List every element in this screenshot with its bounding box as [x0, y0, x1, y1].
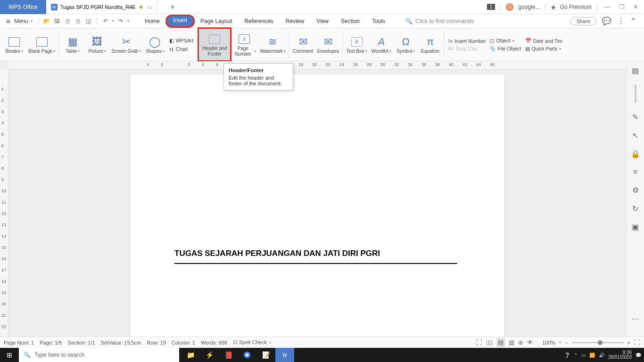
maximize-button[interactable]: ❐: [617, 3, 627, 10]
save-icon[interactable]: 🖫: [53, 17, 61, 25]
status-setvalue[interactable]: SetValue: 19.5cm: [100, 340, 141, 346]
zoom-slider[interactable]: [572, 342, 624, 343]
tab-references[interactable]: References: [239, 16, 279, 27]
tab-review[interactable]: Review: [280, 16, 310, 27]
start-button[interactable]: ⊞: [0, 348, 19, 362]
minimize-button[interactable]: —: [603, 3, 612, 10]
open-icon[interactable]: 📂: [43, 17, 50, 25]
command-search[interactable]: 🔍 Click to find commands: [405, 18, 474, 25]
watermark-button[interactable]: ≋ Watermark: [258, 28, 288, 61]
tab-insert[interactable]: Insert: [166, 16, 194, 27]
notification-badge[interactable]: 1: [487, 4, 495, 10]
document-heading[interactable]: TUGAS SEJARAH PERJUANGAN DAN JATI DIRI P…: [174, 249, 460, 258]
outline-icon[interactable]: ▥: [509, 339, 514, 346]
new-tab-button[interactable]: +: [171, 3, 175, 11]
share-button[interactable]: Share: [570, 17, 596, 25]
tab-tools[interactable]: Tools: [366, 16, 391, 27]
task-wps-icon[interactable]: W: [275, 348, 294, 362]
google-label[interactable]: google...: [518, 4, 540, 10]
comment-icon[interactable]: 💬: [602, 16, 611, 25]
document-tab[interactable]: W Tugas SPJD PGRI Nurulita_R4E ▭: [46, 0, 157, 14]
tab-section[interactable]: Section: [335, 16, 365, 27]
tray-wifi-icon[interactable]: 📶: [589, 353, 595, 358]
shapes-button[interactable]: ◯ Shapes: [143, 28, 167, 61]
pen-icon[interactable]: ✎: [632, 113, 638, 122]
redo-icon[interactable]: ↷: [117, 17, 124, 25]
tab-home[interactable]: Home: [139, 16, 165, 27]
picture-button[interactable]: 🖼 Picture: [85, 28, 109, 61]
cursor-icon[interactable]: ↖: [632, 131, 638, 140]
vertical-ruler[interactable]: 1 2 3 4 5 6 7 8 9 10 11 12 13 14 15 16 1…: [0, 70, 8, 342]
history-icon[interactable]: ↻: [632, 204, 638, 213]
reading-layout-icon[interactable]: ▯▯: [486, 339, 493, 346]
insert-number-button[interactable]: ⁝≡Insert Number: [448, 38, 486, 44]
paragraph-icon[interactable]: ≡: [633, 168, 637, 176]
menu-button[interactable]: Menu ▾: [3, 16, 36, 26]
fullscreen-icon[interactable]: ⛶: [476, 339, 482, 346]
eyecare-icon[interactable]: 👁: [527, 339, 533, 346]
symbol-button[interactable]: Ω Symbol: [394, 28, 418, 61]
fit-page-icon[interactable]: ⛶: [634, 339, 640, 346]
text-box-button[interactable]: A Text Box: [344, 28, 369, 61]
object-button[interactable]: ◫Object: [489, 38, 521, 43]
google-account-icon[interactable]: G: [506, 3, 513, 11]
tray-help-icon[interactable]: ❔: [564, 353, 570, 358]
date-time-button[interactable]: 📅Date and Tim: [525, 38, 562, 44]
drop-cap-button[interactable]: A≡Drop Cap: [448, 46, 486, 51]
properties-icon[interactable]: ▤: [632, 66, 639, 75]
chart-button[interactable]: ⫾⫿Chart: [169, 46, 193, 52]
file-object-button[interactable]: 📎File Object: [489, 45, 521, 51]
task-explorer-icon[interactable]: 📁: [181, 348, 200, 362]
status-column[interactable]: Column: 1: [172, 340, 195, 346]
wordart-button[interactable]: A WordArt: [369, 28, 394, 61]
task-app2-icon[interactable]: 📕: [219, 348, 238, 362]
zoom-out-button[interactable]: −: [565, 340, 568, 346]
print-preview-icon[interactable]: ⎙: [74, 17, 82, 25]
close-button[interactable]: ✕: [631, 3, 640, 10]
presentation-mode-icon[interactable]: ▭: [147, 4, 152, 10]
quick-parts-button[interactable]: ▤Quick Parts: [525, 46, 562, 51]
tray-up-icon[interactable]: ⌃: [574, 353, 578, 358]
print-icon[interactable]: ⎙: [64, 17, 71, 25]
collapse-ribbon-icon[interactable]: ⌃: [630, 16, 636, 25]
zoom-value[interactable]: 100%: [542, 340, 555, 346]
preview-icon[interactable]: ◲: [84, 17, 92, 25]
comment-button[interactable]: ✉ Comment: [291, 28, 315, 61]
tab-page-layout[interactable]: Page Layout: [195, 16, 238, 27]
equation-button[interactable]: π Equation: [418, 28, 443, 61]
screen-grab-button[interactable]: ✂ Screen Grab: [109, 28, 143, 61]
page-icon[interactable]: ▣: [632, 222, 639, 231]
spellcheck-button[interactable]: ☑ Spell Check ›: [233, 339, 272, 346]
scroll-handle-icon[interactable]: [635, 84, 636, 103]
undo-icon[interactable]: ↶: [102, 17, 109, 25]
table-button[interactable]: ▦ Table: [60, 28, 85, 61]
more-icon[interactable]: ⋯: [632, 314, 639, 323]
task-notes-icon[interactable]: 📝: [256, 348, 275, 362]
tray-battery-icon[interactable]: ▭: [581, 353, 586, 358]
envelopes-button[interactable]: ✉ Envelopes: [315, 28, 341, 61]
lock-icon[interactable]: 🔒: [631, 149, 640, 158]
status-row[interactable]: Row: 19: [147, 340, 165, 346]
page-number-button[interactable]: # Page Number: [231, 28, 258, 61]
status-page-num[interactable]: Page Num: 1: [4, 340, 34, 346]
horizontal-ruler[interactable]: 4 2 2 4 6 18 20 22 24 26 28 30 32 34 36 …: [8, 61, 626, 70]
tray-notifications-icon[interactable]: 💬: [636, 353, 641, 358]
wpsart-button[interactable]: ◧WPSArt: [169, 38, 193, 43]
status-section[interactable]: Section: 1/1: [67, 340, 95, 346]
more-icon[interactable]: ⋮: [617, 16, 625, 25]
tray-volume-icon[interactable]: 🔊: [599, 353, 604, 358]
page[interactable]: TUGAS SEJARAH PERJUANGAN DAN JATI DIRI P…: [130, 74, 504, 342]
print-layout-icon[interactable]: ▤: [496, 338, 505, 347]
zoom-in-button[interactable]: +: [627, 340, 630, 346]
tab-view[interactable]: View: [311, 16, 334, 27]
go-premium-button[interactable]: Go Premium: [560, 4, 592, 10]
blank-page-button[interactable]: Blank Page: [26, 28, 57, 61]
breaks-button[interactable]: Breaks: [2, 28, 26, 61]
status-words[interactable]: Words: 956: [201, 340, 227, 346]
status-page[interactable]: Page: 1/5: [40, 340, 62, 346]
taskbar-search[interactable]: 🔍 Type here to search: [19, 348, 179, 362]
header-footer-button[interactable]: Header and Footer: [198, 28, 231, 61]
task-app1-icon[interactable]: ⚡: [200, 348, 219, 362]
settings-icon[interactable]: ⚙: [632, 186, 639, 195]
tray-clock[interactable]: 9:36 28/01/2020: [608, 350, 632, 360]
